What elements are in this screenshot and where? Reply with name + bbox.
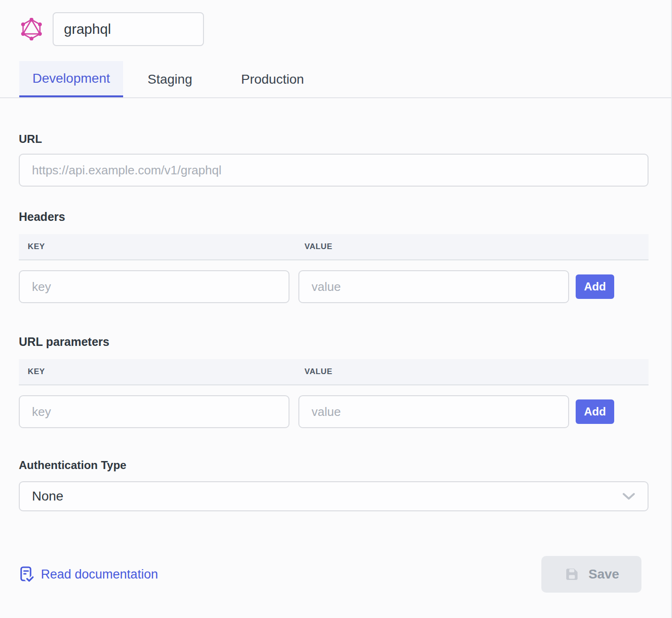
- headers-add-button[interactable]: Add: [576, 274, 614, 299]
- datasource-name-input[interactable]: [53, 12, 204, 46]
- url-parameters-value-input[interactable]: [298, 395, 569, 428]
- headers-input-row: Add: [19, 270, 649, 303]
- headers-key-input[interactable]: [19, 270, 289, 303]
- tab-staging[interactable]: Staging: [123, 61, 217, 97]
- headers-value-column-header: VALUE: [298, 242, 332, 251]
- url-parameters-table-header: KEY VALUE: [19, 359, 649, 385]
- save-button-label: Save: [588, 567, 619, 582]
- environment-tabs: Development Staging Production: [0, 61, 671, 98]
- graphql-datasource-config-page: Development Staging Production URL Heade…: [0, 0, 672, 618]
- document-check-icon: [19, 566, 35, 583]
- url-parameters-input-row: Add: [19, 395, 649, 428]
- headers-value-input[interactable]: [298, 270, 569, 303]
- chevron-down-icon: [622, 493, 635, 500]
- graphql-logo-icon: [21, 18, 42, 40]
- url-parameters-add-button[interactable]: Add: [576, 399, 614, 424]
- url-parameters-key-column-header: KEY: [19, 367, 298, 376]
- form-footer: Read documentation Save: [19, 556, 649, 593]
- tab-development[interactable]: Development: [19, 61, 123, 97]
- read-documentation-link[interactable]: Read documentation: [19, 566, 158, 583]
- url-parameters-value-column-header: VALUE: [298, 367, 332, 376]
- url-input[interactable]: [19, 154, 649, 187]
- url-parameters-key-input[interactable]: [19, 395, 289, 428]
- save-button[interactable]: Save: [541, 556, 641, 593]
- save-icon: [563, 566, 580, 583]
- tab-production[interactable]: Production: [217, 61, 328, 97]
- datasource-form: URL Headers KEY VALUE Add URL parameters…: [0, 133, 671, 593]
- url-label: URL: [19, 133, 649, 146]
- authentication-type-select[interactable]: None: [19, 481, 649, 511]
- headers-section-title: Headers: [19, 210, 649, 224]
- datasource-name-row: [0, 0, 671, 46]
- url-parameters-section-title: URL parameters: [19, 335, 649, 349]
- authentication-type-selected-value: None: [32, 489, 63, 504]
- headers-key-column-header: KEY: [19, 242, 298, 251]
- read-documentation-label: Read documentation: [41, 567, 158, 582]
- authentication-type-label: Authentication Type: [19, 459, 649, 472]
- headers-table-header: KEY VALUE: [19, 234, 649, 260]
